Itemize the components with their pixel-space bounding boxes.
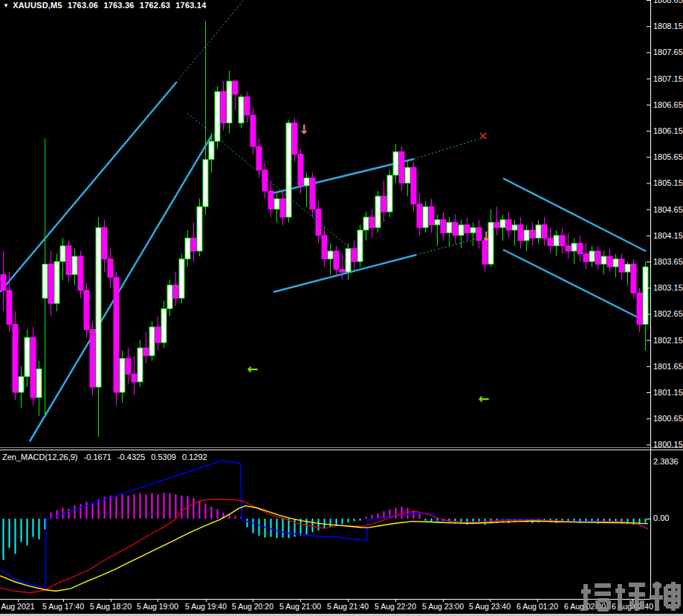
subpane-max-label: 2.3836 bbox=[653, 457, 679, 466]
candle-body bbox=[447, 222, 452, 233]
quote-open: 1763.06 bbox=[68, 1, 98, 10]
price-axis-label: 1807.15 bbox=[653, 74, 683, 83]
candle-body bbox=[215, 91, 220, 141]
pane-splitter-line-top[interactable] bbox=[0, 447, 683, 448]
symbol-label: XAUUSD,M5 bbox=[13, 1, 62, 10]
chart-canvas[interactable]: ↓↓←←× bbox=[0, 0, 683, 616]
trendline-swing-connector-dashed bbox=[187, 113, 364, 260]
candle-body bbox=[298, 155, 303, 186]
price-axis-label: 1802.15 bbox=[653, 336, 683, 345]
candle-body bbox=[245, 97, 250, 115]
trendline-mid-channel-upper-projection bbox=[414, 139, 479, 159]
candle-body bbox=[524, 230, 529, 241]
candle-body bbox=[78, 256, 83, 291]
candle-body bbox=[268, 191, 273, 210]
candle-body bbox=[48, 265, 54, 304]
candle-body bbox=[357, 230, 363, 262]
price-axis-label: 1802.65 bbox=[653, 309, 683, 318]
candle-body bbox=[72, 256, 77, 275]
candle-body bbox=[518, 225, 523, 241]
candle-body bbox=[149, 327, 155, 356]
pane-splitter-line-bottom[interactable] bbox=[0, 450, 683, 450]
candle-body bbox=[583, 253, 589, 262]
symbol-dropdown-icon[interactable]: ▼ bbox=[3, 2, 9, 9]
candle-body bbox=[322, 236, 327, 259]
candle-body bbox=[96, 227, 101, 387]
candle-body bbox=[566, 246, 571, 251]
trendline-left-channel-upper bbox=[0, 82, 177, 292]
candle-body bbox=[625, 265, 630, 273]
candle-body bbox=[328, 251, 333, 259]
time-axis-label: 5 Aug 17:40 bbox=[42, 602, 84, 611]
candle-body bbox=[334, 251, 339, 270]
price-axis-label: 1801.15 bbox=[653, 388, 683, 397]
candle-body bbox=[316, 210, 321, 236]
candle-body bbox=[13, 324, 18, 392]
candle-body bbox=[25, 337, 30, 377]
price-axis-label: 1801.65 bbox=[653, 362, 683, 371]
candle-body bbox=[280, 199, 285, 218]
mt4-chart-window: ↓↓←←× ▼XAUUSD,M5 1763.06 1763.36 1762.63… bbox=[0, 0, 683, 616]
candle-body bbox=[256, 146, 262, 170]
trendline-left-channel-upper-projection bbox=[178, 0, 244, 80]
price-axis-label: 1805.15 bbox=[653, 178, 683, 187]
candle-body bbox=[233, 81, 238, 94]
candle-body bbox=[441, 220, 446, 233]
candle-body bbox=[179, 259, 184, 298]
candle-body bbox=[132, 374, 137, 382]
candle-body bbox=[435, 220, 440, 225]
indicator-value-4: 0.1292 bbox=[182, 453, 207, 461]
candle-body bbox=[126, 358, 131, 374]
candle-body bbox=[577, 243, 583, 253]
indicator-value-1: -0.1671 bbox=[84, 453, 111, 461]
quote-close: 1763.14 bbox=[175, 1, 206, 10]
candle-body bbox=[548, 238, 553, 246]
invalidated-signal-mark: × bbox=[479, 129, 488, 143]
candle-body bbox=[203, 160, 208, 207]
watermark bbox=[580, 580, 681, 614]
candle-body bbox=[363, 217, 369, 230]
candle-body bbox=[637, 293, 642, 324]
time-axis-label: 5 Aug 19:00 bbox=[137, 602, 178, 611]
buy-signal-arrow: ← bbox=[478, 391, 489, 406]
chart-header: ▼XAUUSD,M5 1763.06 1763.36 1762.63 1763.… bbox=[3, 1, 209, 10]
price-axis-label: 1808.65 bbox=[653, 0, 683, 4]
candle-body bbox=[572, 243, 577, 251]
candle-body bbox=[30, 337, 36, 398]
price-axis-label: 1806.15 bbox=[653, 126, 683, 135]
candle-body bbox=[262, 170, 268, 191]
candle-body bbox=[405, 167, 410, 183]
candle-body bbox=[310, 178, 315, 209]
candle-body bbox=[19, 377, 24, 392]
time-axis-label: 5 Aug 21:40 bbox=[327, 602, 369, 611]
sell-signal-arrow: ↓ bbox=[481, 229, 491, 244]
macd-yellow-line bbox=[0, 506, 648, 591]
candle-body bbox=[352, 248, 357, 262]
candle-body bbox=[631, 265, 636, 294]
time-axis-label: 5 Aug 18:20 bbox=[90, 602, 132, 611]
candle-body bbox=[7, 291, 12, 325]
trendline-mid-channel-lower bbox=[273, 255, 416, 292]
indicator-name: Zen_MACD(12,26,9) bbox=[2, 453, 78, 461]
candle-body bbox=[60, 246, 65, 262]
candle-body bbox=[464, 225, 470, 233]
price-axis-label: 1800.15 bbox=[653, 440, 683, 449]
candle-body bbox=[399, 152, 404, 183]
candle-body bbox=[369, 217, 375, 227]
quote-low: 1762.63 bbox=[140, 1, 170, 10]
candle-body bbox=[619, 259, 624, 272]
watermark-character bbox=[650, 582, 681, 611]
sell-signal-arrow: ↓ bbox=[299, 122, 309, 137]
watermark-glyphs bbox=[580, 580, 681, 614]
candle-body bbox=[411, 167, 416, 204]
candle-body bbox=[607, 256, 612, 267]
candle-body bbox=[292, 123, 297, 154]
price-axis-label: 1806.65 bbox=[653, 100, 683, 109]
candle-body bbox=[114, 277, 119, 392]
candle-body bbox=[191, 238, 196, 251]
candle-body bbox=[560, 236, 565, 246]
candle-body bbox=[90, 330, 95, 387]
buy-signal-arrow: ← bbox=[247, 361, 258, 377]
candle-body bbox=[102, 227, 107, 259]
price-axis-label: 1804.15 bbox=[653, 231, 683, 240]
